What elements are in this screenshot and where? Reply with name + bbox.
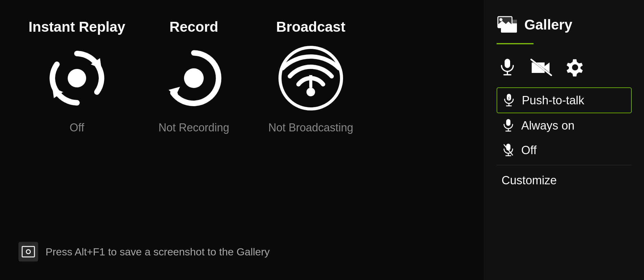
features-section: Instant Replay Off Record <box>18 12 466 236</box>
microphone-menu-list: Push-to-talk Always on <box>497 87 632 162</box>
mic-off-icon <box>502 143 515 157</box>
gallery-label: Gallery <box>524 16 572 33</box>
sidebar-divider <box>497 43 534 44</box>
push-to-talk-icon <box>502 94 516 107</box>
main-panel: Instant Replay Off Record <box>0 0 484 280</box>
camera-off-icon-btn[interactable] <box>530 57 552 78</box>
always-on-label: Always on <box>521 119 574 132</box>
svg-point-18 <box>499 18 502 21</box>
mic-off-label: Off <box>521 144 537 157</box>
instant-replay-icon[interactable] <box>43 44 111 112</box>
instant-replay-status: Off <box>70 121 84 134</box>
record-column: Record Not Recording <box>135 12 252 236</box>
sidebar-icon-row <box>497 50 632 87</box>
push-to-talk-item[interactable]: Push-to-talk <box>497 87 632 113</box>
mic-off-item[interactable]: Off <box>497 138 632 162</box>
svg-point-6 <box>306 88 315 96</box>
always-on-item[interactable]: Always on <box>497 113 632 138</box>
gallery-icon <box>497 15 518 34</box>
svg-point-24 <box>572 64 578 70</box>
screenshot-hint-section: Press Alt+F1 to save a screenshot to the… <box>18 236 466 268</box>
instant-replay-column: Instant Replay Off <box>18 12 135 236</box>
svg-rect-29 <box>506 119 510 126</box>
svg-point-3 <box>184 68 204 88</box>
gallery-item[interactable]: Gallery <box>497 9 632 40</box>
customize-label: Customize <box>502 174 627 187</box>
record-icon[interactable] <box>160 44 228 112</box>
broadcast-column: Broadcast Not Broadcasting <box>252 12 369 236</box>
menu-separator <box>497 165 632 165</box>
screenshot-icon <box>18 242 38 262</box>
broadcast-status: Not Broadcasting <box>268 121 353 134</box>
broadcast-title: Broadcast <box>276 18 346 35</box>
always-on-icon <box>502 119 515 132</box>
broadcast-icon[interactable] <box>277 44 345 112</box>
svg-point-5 <box>172 91 178 97</box>
push-to-talk-label: Push-to-talk <box>522 94 584 107</box>
screenshot-hint-text: Press Alt+F1 to save a screenshot to the… <box>46 246 270 258</box>
microphone-icon-btn[interactable] <box>497 57 518 78</box>
customize-item[interactable]: Customize <box>497 168 632 193</box>
sidebar: Gallery <box>484 0 644 280</box>
svg-point-11 <box>27 250 30 253</box>
settings-icon-btn[interactable] <box>564 57 586 78</box>
record-status: Not Recording <box>158 121 229 134</box>
svg-point-0 <box>68 69 86 87</box>
svg-rect-19 <box>505 59 510 68</box>
record-title: Record <box>170 18 218 35</box>
instant-replay-title: Instant Replay <box>29 18 125 35</box>
